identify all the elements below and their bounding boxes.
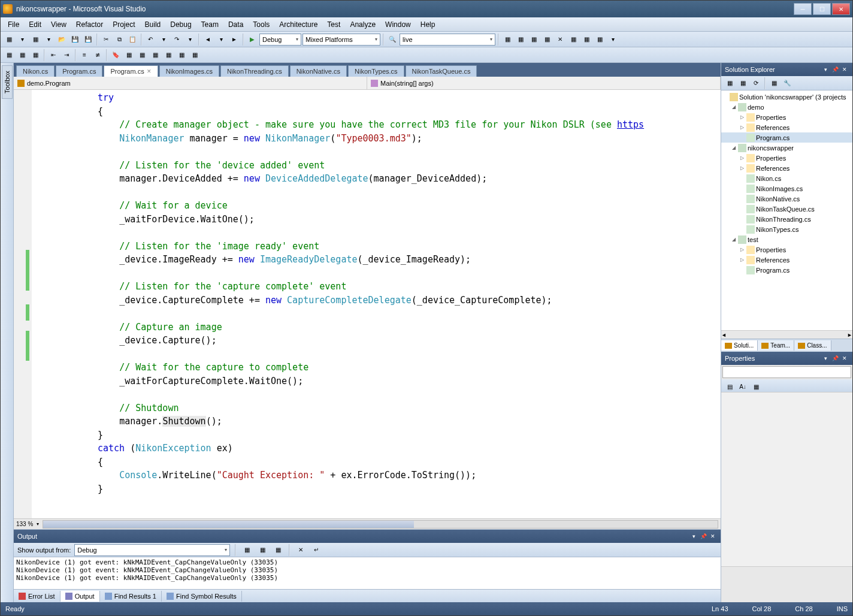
menu-project[interactable]: Project (108, 19, 140, 30)
solution-close-icon[interactable]: ✕ (840, 65, 849, 74)
t2-e[interactable]: ▦ (136, 49, 148, 61)
tree-node[interactable]: Nikon.cs (721, 173, 852, 183)
start-debug-button[interactable]: ▶ (246, 34, 258, 46)
props-categorized-button[interactable]: ▤ (724, 381, 736, 392)
tree-node[interactable]: Program.cs (721, 265, 852, 275)
t2-b[interactable]: ▦ (16, 49, 28, 61)
menu-test[interactable]: Test (322, 19, 345, 30)
tree-node[interactable]: NikonImages.cs (721, 183, 852, 194)
open-button[interactable]: 📂 (56, 34, 68, 46)
undo-dropdown[interactable]: ▾ (158, 34, 170, 46)
t2-i[interactable]: ▦ (189, 49, 201, 61)
t2-d[interactable]: ▦ (123, 49, 135, 61)
zoom-dropdown-icon[interactable]: ▾ (37, 521, 39, 527)
menu-analyze[interactable]: Analyze (345, 19, 380, 30)
sln-tb-b[interactable]: ▦ (737, 77, 749, 89)
bookmark-button[interactable]: 🔖 (110, 49, 122, 61)
uncomment-button[interactable]: ≢ (92, 49, 104, 61)
code-editor[interactable]: try { // Create manager object - make su… (14, 90, 721, 518)
tb-icon-h[interactable]: ▦ (594, 34, 606, 46)
tb-icon-f[interactable]: ▦ (567, 34, 579, 46)
props-grid[interactable] (721, 392, 852, 566)
menu-edit[interactable]: Edit (24, 19, 46, 30)
solution-dropdown-icon[interactable]: ▾ (821, 65, 830, 74)
output-clear-button[interactable]: ✕ (295, 544, 307, 556)
solution-pin-icon[interactable]: 📌 (831, 65, 839, 74)
increase-indent-button[interactable]: ⇥ (61, 49, 72, 61)
cut-button[interactable]: ✂ (100, 34, 112, 46)
panel-tab-0[interactable]: Soluti... (721, 340, 758, 351)
output-pin-icon[interactable]: 📌 (699, 532, 707, 540)
props-close-icon[interactable]: ✕ (840, 354, 849, 363)
toolbox-tab[interactable]: Toolbox (2, 65, 13, 99)
tb-icon-e[interactable]: ✕ (554, 34, 566, 46)
props-pages-button[interactable]: ▦ (750, 381, 762, 392)
menu-team[interactable]: Team (196, 19, 223, 30)
sln-properties-button[interactable]: 🔧 (781, 77, 793, 89)
props-alpha-button[interactable]: A↓ (737, 381, 749, 392)
tree-node[interactable]: NikonTaskQueue.cs (721, 204, 852, 214)
find-icon[interactable]: 🔍 (386, 34, 398, 46)
tb-icon-d[interactable]: ▦ (541, 34, 553, 46)
tree-node[interactable]: ▷Properties (721, 244, 852, 255)
bottom-tab-0[interactable]: Error List (14, 591, 61, 602)
tab-close-icon[interactable]: ✕ (147, 68, 152, 74)
tb-icon-h-drop[interactable]: ▾ (607, 34, 619, 46)
decrease-indent-button[interactable]: ⇤ (47, 49, 59, 61)
file-tab-0[interactable]: Nikon.cs (16, 65, 55, 77)
menu-build[interactable]: Build (140, 19, 166, 30)
tree-node[interactable]: ▷References (721, 255, 852, 265)
t2-h[interactable]: ▦ (176, 49, 187, 61)
t2-f[interactable]: ▦ (149, 49, 161, 61)
t2-g[interactable]: ▦ (162, 49, 174, 61)
panel-tab-2[interactable]: Class... (794, 340, 831, 351)
tree-node[interactable]: ▷Properties (721, 112, 852, 122)
save-all-button[interactable]: 💾 (82, 34, 94, 46)
nav-back-button[interactable]: ◄ (202, 34, 214, 46)
menu-refactor[interactable]: Refactor (71, 19, 108, 30)
editor-hscroll[interactable] (43, 520, 718, 529)
new-project-button[interactable]: ▦ (3, 34, 15, 46)
t2-c[interactable]: ▦ (29, 49, 41, 61)
menu-architecture[interactable]: Architecture (274, 19, 322, 30)
menu-file[interactable]: File (3, 19, 24, 30)
outline-gutter[interactable] (14, 90, 26, 518)
file-tab-2[interactable]: Program.cs✕ (104, 65, 158, 77)
solution-tree[interactable]: Solution 'nikoncswrapper' (3 projects◢de… (721, 90, 852, 330)
tree-node[interactable]: ▷Properties (721, 153, 852, 163)
solution-hscroll[interactable]: ◄► (721, 330, 852, 339)
tree-node[interactable]: NikonThreading.cs (721, 214, 852, 224)
menu-tools[interactable]: Tools (248, 19, 274, 30)
bottom-tab-2[interactable]: Find Results 1 (100, 591, 162, 602)
nav-forward-button[interactable]: ► (228, 34, 240, 46)
output-wrap-button[interactable]: ↵ (310, 544, 322, 556)
bottom-tab-1[interactable]: Output (61, 591, 100, 602)
output-tb-b[interactable]: ▦ (256, 544, 268, 556)
props-object-combo[interactable] (722, 366, 851, 378)
output-tb-a[interactable]: ▦ (241, 544, 253, 556)
menu-debug[interactable]: Debug (165, 19, 196, 30)
menu-data[interactable]: Data (223, 19, 248, 30)
platform-combo[interactable]: Mixed Platforms (303, 34, 380, 46)
file-tab-6[interactable]: NikonTypes.cs (348, 65, 404, 77)
save-button[interactable]: 💾 (69, 34, 81, 46)
tree-node[interactable]: NikonNative.cs (721, 194, 852, 204)
tree-node[interactable]: NikonTypes.cs (721, 224, 852, 234)
redo-dropdown[interactable]: ▾ (184, 34, 196, 46)
code-content[interactable]: try { // Create manager object - make su… (32, 90, 721, 518)
tb-icon-b[interactable]: ▦ (515, 34, 527, 46)
paste-button[interactable]: 📋 (126, 34, 138, 46)
copy-button[interactable]: ⧉ (113, 34, 125, 46)
member-combo[interactable]: Main(string[] args) (367, 77, 721, 89)
t2-a[interactable]: ▦ (3, 49, 15, 61)
redo-button[interactable]: ↷ (171, 34, 183, 46)
menu-window[interactable]: Window (380, 19, 416, 30)
menu-view[interactable]: View (46, 19, 71, 30)
file-tab-4[interactable]: NikonThreading.cs (220, 65, 289, 77)
tree-node[interactable]: ▷References (721, 163, 852, 173)
panel-tab-1[interactable]: Team... (758, 340, 794, 351)
props-pin-icon[interactable]: 📌 (831, 354, 839, 363)
tb-icon-a[interactable]: ▦ (501, 34, 513, 46)
output-source-combo[interactable]: Debug (74, 544, 230, 556)
config-combo[interactable]: Debug (259, 34, 301, 46)
